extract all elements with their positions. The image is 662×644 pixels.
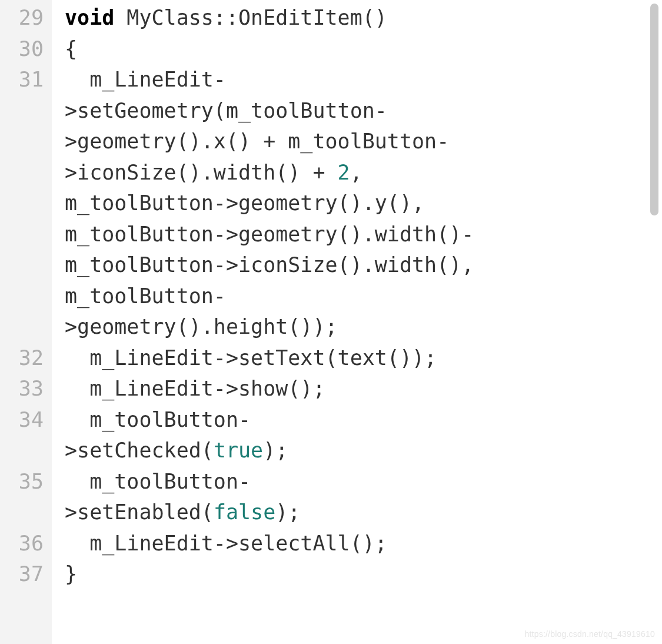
code-line: m_toolButton->geometry().y(), xyxy=(65,188,640,219)
code-line: m_toolButton->geometry().width()- xyxy=(65,219,640,250)
line-number: 30 xyxy=(0,34,52,65)
code-line: m_LineEdit->show(); xyxy=(65,373,640,404)
watermark-text: https://blog.csdn.net/qq_43919610 xyxy=(525,628,655,640)
line-number-continuation xyxy=(0,157,52,188)
line-number: 32 xyxy=(0,343,52,374)
line-number: 31 xyxy=(0,64,52,95)
code-token: >geometry().height()); xyxy=(65,315,338,338)
code-line: m_toolButton- xyxy=(65,281,640,312)
code-token: m_LineEdit->selectAll(); xyxy=(89,532,387,555)
code-line: >setEnabled(false); xyxy=(65,497,640,528)
code-token: m_LineEdit- xyxy=(89,68,226,91)
line-number: 36 xyxy=(0,528,52,559)
code-token: { xyxy=(65,37,77,61)
code-token: true xyxy=(214,439,263,462)
line-number: 29 xyxy=(0,2,52,34)
code-line: } xyxy=(65,559,640,590)
code-line: m_toolButton->iconSize().width(), xyxy=(65,250,640,281)
line-number: 35 xyxy=(0,466,52,497)
line-number-continuation xyxy=(0,126,52,157)
code-token: >geometry().x() + m_toolButton- xyxy=(65,130,449,153)
line-number-continuation xyxy=(0,435,52,466)
line-number-continuation xyxy=(0,188,52,219)
code-line: >geometry().x() + m_toolButton- xyxy=(65,126,640,157)
line-number: 37 xyxy=(0,559,52,590)
code-token: MyClass::OnEditItem() xyxy=(114,6,387,29)
code-line: void MyClass::OnEditItem() xyxy=(65,2,640,34)
code-line: >iconSize().width() + 2, xyxy=(65,157,640,188)
code-line: >setChecked(true); xyxy=(65,435,640,466)
code-token: m_toolButton->iconSize().width(), xyxy=(65,253,474,277)
code-token: >setChecked( xyxy=(65,439,214,462)
code-line: { xyxy=(65,34,640,65)
line-number-continuation xyxy=(0,219,52,250)
code-token: >setGeometry(m_toolButton- xyxy=(65,99,387,122)
line-number: 34 xyxy=(0,404,52,436)
code-token: void xyxy=(65,6,114,29)
line-number-continuation xyxy=(0,281,52,312)
code-token: >iconSize().width() + xyxy=(65,161,338,184)
code-line: m_toolButton- xyxy=(65,404,640,436)
code-token: false xyxy=(214,500,275,524)
code-line: m_LineEdit- xyxy=(65,64,640,95)
code-token: m_toolButton- xyxy=(65,284,226,308)
code-token: m_toolButton- xyxy=(89,408,251,431)
code-token: } xyxy=(65,562,77,586)
line-number-continuation xyxy=(0,95,52,127)
line-number-gutter: 293031323334353637 xyxy=(0,0,52,644)
line-number-continuation xyxy=(0,250,52,281)
code-token: ); xyxy=(263,439,288,462)
code-area[interactable]: void MyClass::OnEditItem(){m_LineEdit->s… xyxy=(52,0,645,644)
line-number-continuation xyxy=(0,311,52,343)
code-token: ); xyxy=(275,500,300,524)
code-token: 2 xyxy=(338,161,350,184)
code-token: , xyxy=(350,161,362,184)
code-token: m_toolButton->geometry().y(), xyxy=(65,191,424,215)
code-line: >geometry().height()); xyxy=(65,311,640,343)
code-line: m_LineEdit->selectAll(); xyxy=(65,528,640,559)
line-number-continuation xyxy=(0,497,52,528)
code-token: m_toolButton- xyxy=(89,470,251,493)
code-token: m_LineEdit->setText(text()); xyxy=(89,346,437,370)
code-line: m_LineEdit->setText(text()); xyxy=(65,343,640,374)
vertical-scrollbar[interactable] xyxy=(650,4,658,215)
code-editor: 293031323334353637 void MyClass::OnEditI… xyxy=(0,0,645,644)
code-token: >setEnabled( xyxy=(65,500,214,524)
code-line: m_toolButton- xyxy=(65,466,640,497)
code-line: >setGeometry(m_toolButton- xyxy=(65,95,640,127)
line-number: 33 xyxy=(0,373,52,404)
code-token: m_toolButton->geometry().width()- xyxy=(65,223,474,246)
code-token: m_LineEdit->show(); xyxy=(89,377,325,400)
